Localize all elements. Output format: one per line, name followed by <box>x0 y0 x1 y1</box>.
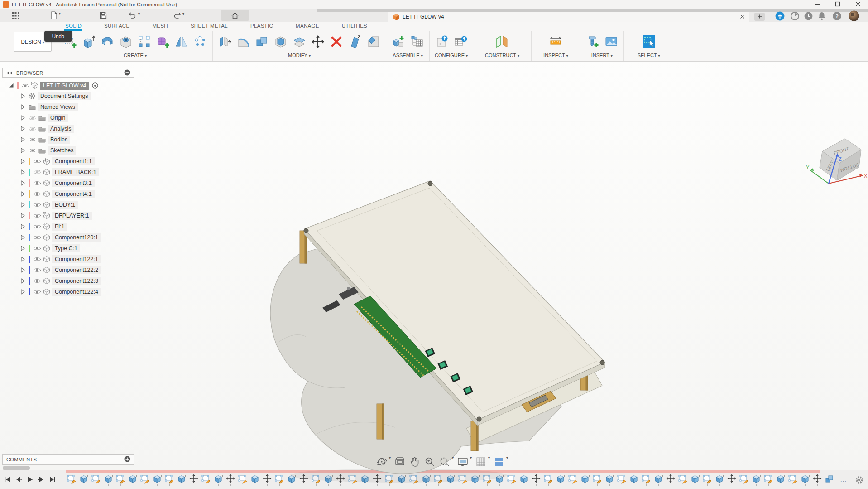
timeline-feature-sketch[interactable] <box>201 474 211 484</box>
visibility-eye-icon[interactable] <box>33 278 43 284</box>
activate-component-icon[interactable] <box>91 82 99 89</box>
ribbon-group-label-configure[interactable]: CONFIGURE <box>435 53 468 58</box>
orbit-button[interactable] <box>376 456 391 468</box>
mirror-button[interactable] <box>173 32 190 51</box>
tree-item-label[interactable]: Component122:3 <box>52 277 101 285</box>
timeline-feature-move[interactable] <box>226 474 235 484</box>
browser-minimize-button[interactable] <box>124 69 130 77</box>
tree-root-label[interactable]: LET IT GLOW v4 <box>40 82 89 90</box>
expand-arrow-icon[interactable] <box>19 289 29 295</box>
visibility-eye-off-icon[interactable] <box>33 169 43 175</box>
shell-button[interactable] <box>273 32 289 51</box>
redo-button[interactable] <box>173 10 184 20</box>
tree-item-label[interactable]: DFPLAYER:1 <box>52 212 92 220</box>
visibility-eye-icon[interactable] <box>29 148 38 153</box>
visibility-eye-icon[interactable] <box>33 224 43 229</box>
circular-pattern-button[interactable] <box>192 32 208 51</box>
minimize-button[interactable] <box>807 0 827 9</box>
visibility-eye-icon[interactable] <box>33 267 43 273</box>
notifications-button[interactable] <box>818 10 826 21</box>
tab-mesh[interactable]: MESH <box>151 22 168 31</box>
step-forward-button[interactable] <box>38 476 45 483</box>
select-button[interactable] <box>641 32 657 51</box>
insert-canvas-button[interactable] <box>603 32 619 51</box>
ribbon-group-label-assemble[interactable]: ASSEMBLE <box>393 53 422 58</box>
maximize-button[interactable] <box>827 0 848 9</box>
timeline-feature-combine[interactable] <box>825 474 834 484</box>
revolve-button[interactable] <box>99 32 115 51</box>
undo-button[interactable] <box>129 10 140 20</box>
tree-item-label[interactable]: BODY:1 <box>52 201 78 209</box>
new-tab-button[interactable] <box>754 13 765 21</box>
expand-arrow-icon[interactable] <box>19 245 29 252</box>
timeline-feature-sketch[interactable] <box>140 474 150 484</box>
expand-arrow-icon[interactable] <box>19 115 29 121</box>
visibility-eye-icon[interactable] <box>33 257 43 262</box>
timeline-feature-extrude[interactable] <box>752 474 761 484</box>
tree-item-label[interactable]: Component4:1 <box>52 190 95 198</box>
extrude-button[interactable] <box>81 32 97 51</box>
timeline-feature-move[interactable] <box>813 474 822 484</box>
timeline-feature-extrude[interactable] <box>104 474 113 484</box>
avatar-button[interactable] <box>849 10 859 21</box>
timeline-feature-sketch[interactable] <box>116 474 125 484</box>
visibility-eye-icon[interactable] <box>33 202 43 208</box>
save-button[interactable] <box>100 10 107 20</box>
timeline-settings-button[interactable] <box>855 475 864 486</box>
delete-button[interactable] <box>328 32 345 51</box>
expand-arrow-icon[interactable] <box>19 234 29 241</box>
timeline-feature-extrude[interactable] <box>214 474 223 484</box>
tree-item-label[interactable]: Pi:1 <box>52 223 67 231</box>
tree-item-label[interactable]: Component122:2 <box>52 266 101 274</box>
skip-start-button[interactable] <box>4 476 11 483</box>
combine-button[interactable] <box>254 32 270 51</box>
split-body-button[interactable] <box>291 32 307 51</box>
tree-item-label[interactable]: Origin <box>48 114 68 122</box>
collapse-panel-icon[interactable] <box>6 71 13 75</box>
tree-item-label[interactable]: Component3:1 <box>52 179 95 187</box>
ribbon-group-label-insert[interactable]: INSERT <box>591 53 613 58</box>
app-launcher-button[interactable] <box>12 10 19 20</box>
expand-arrow-icon[interactable] <box>19 213 29 219</box>
fillet-button[interactable] <box>235 32 252 51</box>
tree-item-label[interactable]: Component122:1 <box>52 255 101 263</box>
timeline-feature-move[interactable] <box>727 474 737 484</box>
visibility-eye-off-icon[interactable] <box>29 115 38 121</box>
tree-root-item[interactable]: LET IT GLOW v4 <box>2 80 134 91</box>
ribbon-group-label-inspect[interactable]: INSPECT <box>543 53 568 58</box>
tree-item-label[interactable]: Named Views <box>38 103 78 111</box>
expand-arrow-icon[interactable] <box>19 180 29 186</box>
tree-item-label[interactable]: Component120:1 <box>52 233 101 242</box>
expand-arrow-icon[interactable] <box>19 136 29 143</box>
zoom-button[interactable] <box>424 456 436 468</box>
ribbon-group-label-select[interactable]: SELECT <box>638 53 660 58</box>
timeline-feature-sketch[interactable] <box>703 474 712 484</box>
timeline-feature-sketch[interactable] <box>678 474 688 484</box>
configuration-button[interactable] <box>434 32 450 51</box>
draft-button[interactable] <box>347 32 363 51</box>
tree-item-label[interactable]: Bodies <box>48 136 70 144</box>
fit-button[interactable] <box>439 456 454 468</box>
scale-button[interactable] <box>365 32 382 51</box>
tab-sheet-metal[interactable]: SHEET METAL <box>190 22 229 31</box>
extensions-button[interactable] <box>775 10 785 21</box>
close-button[interactable] <box>848 0 868 9</box>
timeline-feature-extrude[interactable] <box>691 474 700 484</box>
expand-arrow-icon[interactable] <box>19 267 29 273</box>
expand-arrow-icon[interactable] <box>19 202 29 208</box>
tab-surface[interactable]: SURFACE <box>103 22 130 31</box>
new-component-button[interactable] <box>390 32 407 51</box>
expand-arrow-icon[interactable] <box>19 104 29 110</box>
move-button[interactable] <box>310 32 326 51</box>
visibility-eye-icon[interactable] <box>29 137 38 142</box>
timeline-feature-move[interactable] <box>189 474 199 484</box>
model-3d[interactable] <box>235 148 620 489</box>
tree-item-label[interactable]: Sketches <box>48 146 76 155</box>
tree-item-label[interactable]: Component1:1 <box>52 157 95 165</box>
recent-button[interactable] <box>804 10 813 21</box>
panel-drag-handle[interactable] <box>3 466 30 470</box>
timeline-feature-extrude[interactable] <box>153 474 162 484</box>
timeline-feature-sketch[interactable] <box>788 474 798 484</box>
timeline-feature-extrude[interactable] <box>177 474 187 484</box>
timeline-feature-extrude[interactable] <box>715 474 724 484</box>
